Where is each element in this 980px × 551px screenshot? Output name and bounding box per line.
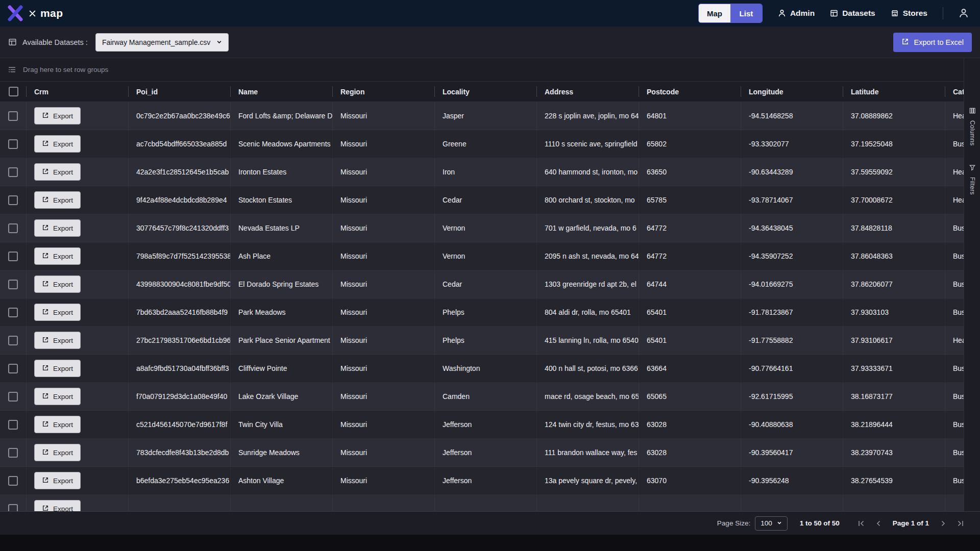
row-range: 1 to 50 of 50 (800, 519, 840, 527)
filters-tab[interactable]: Filters (969, 164, 976, 195)
cell-locality: Jefferson (435, 411, 537, 438)
row-checkbox[interactable] (8, 364, 18, 373)
row-export-button[interactable]: Export (34, 276, 81, 293)
row-export-button[interactable]: Export (34, 191, 81, 209)
row-checkbox[interactable] (8, 167, 18, 177)
column-header-poi-id[interactable]: Poi_id (129, 82, 231, 102)
row-checkbox[interactable] (8, 111, 18, 121)
row-export-button[interactable]: Export (34, 444, 81, 461)
cell-region: Missouri (333, 411, 435, 438)
cell-longitude (741, 495, 843, 511)
table-row: Export27bc21798351706e6bd1cb96Park Place… (0, 327, 964, 355)
column-header-category[interactable]: Cat (945, 82, 964, 102)
crm-cell: Export (27, 495, 129, 511)
row-group-panel[interactable]: Drag here to set row groups (0, 58, 964, 82)
row-select-cell (0, 439, 27, 466)
next-page-button[interactable] (938, 518, 948, 529)
cell-name: Ironton Estates (231, 158, 333, 186)
row-export-button[interactable]: Export (34, 332, 81, 349)
row-export-button[interactable]: Export (34, 388, 81, 405)
first-page-button[interactable] (856, 518, 866, 529)
row-checkbox[interactable] (8, 223, 18, 233)
row-export-label: Export (53, 168, 73, 176)
select-all-checkbox[interactable] (9, 87, 18, 96)
cell-longitude: -90.3956248 (741, 467, 843, 494)
row-export-button[interactable]: Export (34, 163, 81, 181)
cell-category: Bus (945, 383, 964, 410)
export-icon (42, 140, 49, 148)
table-row: Export439988300904c8081fbe9df50El Dorado… (0, 270, 964, 298)
table-row: Export783dcfecdfe8f43b13be2d8dbSunridge … (0, 439, 964, 467)
row-checkbox[interactable] (8, 195, 18, 205)
row-checkbox[interactable] (8, 392, 18, 402)
cell-region: Missouri (333, 439, 435, 466)
row-checkbox[interactable] (8, 280, 18, 289)
last-page-button[interactable] (955, 518, 966, 529)
column-header-name[interactable]: Name (231, 82, 333, 102)
row-export-button[interactable]: Export (34, 135, 81, 153)
row-checkbox[interactable] (8, 336, 18, 345)
cell-category: Hea (945, 158, 964, 186)
cell-region: Missouri (333, 270, 435, 298)
cell-poi_id: 27bc21798351706e6bd1cb96 (129, 327, 231, 354)
cell-category: Bus (945, 298, 964, 326)
table-row: Exportf70a079129d3dc1a08e49f40Lake Ozark… (0, 383, 964, 411)
cell-postcode: 65401 (639, 327, 741, 354)
nav-admin[interactable]: Admin (778, 9, 815, 18)
column-header-crm[interactable]: Crm (27, 82, 129, 102)
export-icon (42, 112, 49, 120)
brand[interactable]: map (6, 4, 63, 22)
row-checkbox[interactable] (8, 252, 18, 261)
export-icon (42, 420, 49, 429)
row-checkbox[interactable] (8, 448, 18, 458)
cell-category: Bus (945, 270, 964, 298)
row-export-button[interactable]: Export (34, 219, 81, 237)
row-export-button[interactable]: Export (34, 472, 81, 489)
row-export-button[interactable]: Export (34, 416, 81, 433)
row-checkbox[interactable] (8, 420, 18, 430)
map-view-button[interactable]: Map (699, 4, 730, 22)
row-export-button[interactable]: Export (34, 304, 81, 321)
column-header-locality[interactable]: Locality (435, 82, 537, 102)
row-export-button[interactable]: Export (34, 247, 81, 265)
nav-datasets[interactable]: Datasets (830, 9, 875, 18)
page-size-select[interactable]: 100 (755, 516, 788, 531)
cell-category: Hea (945, 327, 964, 354)
previous-page-button[interactable] (873, 518, 884, 529)
column-header-latitude[interactable]: Latitude (843, 82, 945, 102)
row-select-cell (0, 327, 27, 354)
column-header-address[interactable]: Address (537, 82, 639, 102)
columns-tab[interactable]: Columns (969, 107, 976, 145)
user-icon[interactable] (959, 8, 969, 18)
page-size-label: Page Size: (717, 519, 750, 527)
column-header-postcode[interactable]: Postcode (639, 82, 741, 102)
row-export-button[interactable]: Export (34, 360, 81, 377)
row-export-label: Export (53, 224, 73, 232)
row-export-button[interactable]: Export (34, 107, 81, 124)
crm-cell: Export (27, 130, 129, 158)
row-select-cell (0, 383, 27, 410)
column-header-longitude[interactable]: Longitude (741, 82, 843, 102)
row-checkbox[interactable] (8, 504, 18, 512)
export-to-excel-button[interactable]: Export to Excel (893, 33, 972, 52)
row-checkbox[interactable] (8, 139, 18, 149)
cell-latitude: 38.16873177 (843, 383, 945, 410)
cell-name: El Dorado Spring Estates (231, 270, 333, 298)
cell-latitude: 37.70008672 (843, 186, 945, 214)
row-checkbox[interactable] (8, 476, 18, 486)
dataset-select[interactable]: Fairway Management_sample.csv (95, 33, 229, 52)
cell-postcode: 63070 (639, 467, 741, 494)
pagination-bar: Page Size: 100 1 to 50 of 50 Page 1 of 1 (0, 511, 980, 535)
export-icon (901, 38, 909, 47)
row-checkbox[interactable] (8, 308, 18, 317)
column-header-region[interactable]: Region (333, 82, 435, 102)
list-view-button[interactable]: List (730, 4, 762, 22)
cell-latitude: 37.59559092 (843, 158, 945, 186)
cell-region: Missouri (333, 327, 435, 354)
cell-poi_id: 0c79c2e2b67aa0bc238e49c6 (129, 102, 231, 130)
row-export-button[interactable]: Export (34, 500, 81, 511)
brand-logo-icon (6, 4, 24, 22)
cell-locality: Washington (435, 355, 537, 382)
nav-stores[interactable]: Stores (891, 9, 927, 18)
cell-poi_id: ac7cbd54bdff665033ea885d (129, 130, 231, 158)
